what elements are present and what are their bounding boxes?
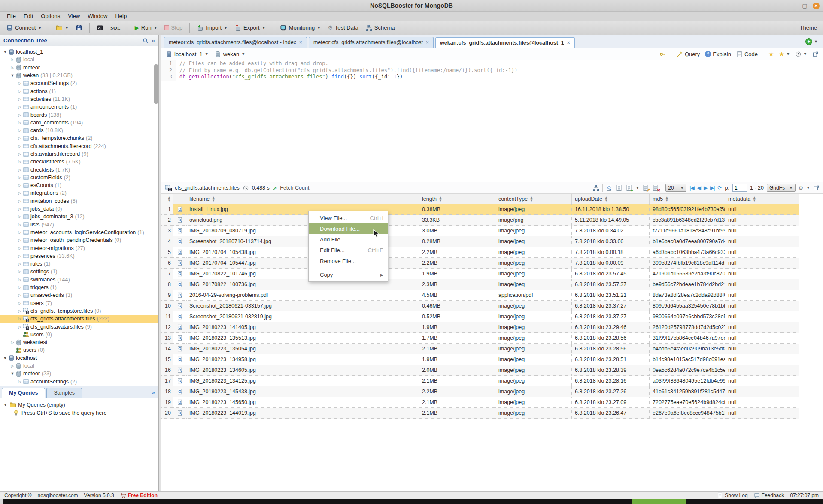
tab-my-queries[interactable]: My Queries: [2, 388, 45, 398]
collapsed-arrow-icon[interactable]: ▷: [17, 183, 22, 187]
tree-item-checklists[interactable]: ▷checklists(1.7K): [0, 166, 158, 173]
tab-samples[interactable]: Samples: [46, 388, 82, 398]
prev-page-button[interactable]: ◀: [697, 185, 701, 191]
table-row[interactable]: 15IMG_20180223_134958.jpg1.9MBimage/jpeg…: [161, 354, 799, 365]
tree-item-users[interactable]: users(0): [0, 331, 158, 338]
tree-item-jobs-data[interactable]: ▷jobs_data(0): [0, 205, 158, 213]
tree-item-unsaved-edits[interactable]: ▷unsaved-edits(3): [0, 291, 158, 299]
close-tab-icon[interactable]: ×: [299, 39, 302, 45]
tree-item-jobs-dominator-3[interactable]: ▷jobs_dominator_3(12): [0, 213, 158, 220]
collapsed-arrow-icon[interactable]: ▷: [17, 285, 22, 290]
tree-item-meteor[interactable]: ▷meteor: [0, 64, 158, 72]
key-icon[interactable]: [659, 51, 666, 57]
tree-item-checklistitems[interactable]: ▷checklistItems(7.5K): [0, 158, 158, 166]
collapsed-arrow-icon[interactable]: ▷: [17, 121, 22, 125]
table-row[interactable]: 7IMG_20170822_101746.jpg1.9MBimage/jpeg6…: [161, 269, 799, 279]
minimize-icon[interactable]: –: [790, 2, 797, 9]
find-in-results-icon[interactable]: [606, 184, 613, 191]
collapsed-arrow-icon[interactable]: ▷: [17, 191, 22, 195]
run-button[interactable]: ▶ Run▼: [132, 23, 160, 33]
row-preview-cell[interactable]: [173, 204, 186, 215]
tree-item-integrations[interactable]: ▷integrations(2): [0, 189, 158, 197]
tree-item-cfs-tempstore-chunks[interactable]: ▷cfs._tempstore.chunks(2): [0, 134, 158, 142]
collapsed-arrow-icon[interactable]: ▷: [17, 317, 22, 321]
column-header-uploadDate[interactable]: uploadDate▲▼: [572, 194, 650, 204]
open-in-window-icon[interactable]: [812, 51, 819, 57]
row-preview-cell[interactable]: [173, 311, 186, 322]
collapsed-arrow-icon[interactable]: ▷: [17, 238, 22, 242]
menu-options[interactable]: Options: [37, 12, 64, 20]
column-header-metadata[interactable]: metadata▲▼: [725, 194, 799, 204]
table-row[interactable]: 17IMG_20180223_134125.jpg2.1MBimage/jpeg…: [161, 376, 799, 386]
tree-item-local[interactable]: ▷local: [0, 362, 158, 370]
collapsed-arrow-icon[interactable]: ▷: [17, 160, 22, 164]
refresh-icon[interactable]: ⟳: [717, 185, 722, 191]
collapsed-arrow-icon[interactable]: ▷: [17, 97, 22, 101]
tree-item-users[interactable]: ▷users(7): [0, 299, 158, 307]
favorite-star-icon[interactable]: ★: [768, 51, 774, 57]
editor-tab-3[interactable]: wekan:cfs_gridfs.attachments.files@local…: [435, 37, 575, 48]
tree-item-accountsettings[interactable]: ▷accountSettings(2): [0, 79, 158, 87]
chevron-collapse-icon[interactable]: »: [152, 389, 155, 395]
tree-item-actions[interactable]: ▷actions(1): [0, 87, 158, 95]
menu-edit[interactable]: Edit: [20, 12, 36, 20]
collapsed-arrow-icon[interactable]: ▷: [17, 199, 22, 203]
remove-document-button[interactable]: ✕: [652, 184, 659, 191]
tree-item-lists[interactable]: ▷lists(947): [0, 221, 158, 229]
table-row[interactable]: 1Install_Linux.jpg0.38MBimage/jpeg16.11.…: [161, 204, 799, 215]
row-preview-cell[interactable]: [173, 226, 186, 236]
tree-item-cfs-attachments-filerecord[interactable]: ▷cfs.attachments.filerecord(224): [0, 142, 158, 150]
table-row[interactable]: 2owncloud.png33.3KBimage/png5.11.2018 kl…: [161, 215, 799, 226]
new-tab-button[interactable]: +▼: [805, 38, 821, 48]
row-preview-cell[interactable]: [173, 376, 186, 386]
menu-help[interactable]: Help: [112, 12, 130, 20]
edit-document-button[interactable]: [642, 184, 649, 191]
table-row[interactable]: 5IMG_20170704_105438.jpg2.2MBimage/jpeg7…: [161, 247, 799, 258]
breadcrumb-database[interactable]: wekan▼: [215, 51, 246, 57]
column-header-md5[interactable]: md5▲▼: [650, 194, 725, 204]
menu-file[interactable]: File: [3, 12, 19, 20]
favorites-menu-button[interactable]: ★▼: [779, 51, 790, 57]
tree-item-boards[interactable]: ▷boards(138): [0, 111, 158, 118]
collapsed-arrow-icon[interactable]: ▷: [17, 152, 22, 156]
sql-button[interactable]: SQL: [108, 24, 123, 32]
tree-item-activities[interactable]: ▷activities(11.1K): [0, 95, 158, 103]
collapsed-arrow-icon[interactable]: ▷: [17, 128, 22, 133]
stop-button[interactable]: Stop: [162, 23, 185, 33]
row-preview-cell[interactable]: [173, 333, 186, 344]
tree-item-accountsettings[interactable]: ▷accountSettings(2): [0, 377, 158, 385]
table-row[interactable]: 12IMG_20180223_141405.jpg1.9MBimage/jpeg…: [161, 322, 799, 333]
import-button[interactable]: Import▼: [194, 23, 230, 33]
query-editor[interactable]: 1// Files can be added easily with drag …: [161, 60, 823, 182]
tree-item-meteor-oauth-pendingcredentials[interactable]: ▷meteor_oauth_pendingCredentials(0): [0, 236, 158, 244]
row-preview-cell[interactable]: [173, 279, 186, 290]
collapsed-arrow-icon[interactable]: ▷: [10, 57, 15, 62]
test-data-button[interactable]: ⚙ Test Data: [325, 23, 361, 33]
fetch-count-link[interactable]: Fetch Count: [280, 185, 309, 191]
collapsed-arrow-icon[interactable]: ▷: [17, 246, 22, 250]
collapsed-arrow-icon[interactable]: ▷: [17, 136, 22, 140]
tree-item-meteor[interactable]: ▼meteor(23): [0, 370, 158, 377]
free-edition-badge[interactable]: Free Edition: [120, 492, 158, 498]
collapsed-arrow-icon[interactable]: ▷: [17, 105, 22, 109]
table-row[interactable]: 10Screenshot_20180621-033157.jpg0.46MBim…: [161, 301, 799, 311]
row-preview-cell[interactable]: [173, 258, 186, 269]
collapsed-arrow-icon[interactable]: ▷: [17, 278, 22, 282]
row-preview-cell[interactable]: [173, 247, 186, 258]
tree-item-presences[interactable]: ▷presences(33.6K): [0, 252, 158, 260]
menu-item-edit-file-[interactable]: Edit File...Ctrl+E: [309, 245, 388, 256]
menu-item-copy[interactable]: Copy▶: [309, 269, 388, 280]
expanded-arrow-icon[interactable]: ▼: [10, 73, 15, 78]
row-preview-cell[interactable]: [173, 344, 186, 354]
close-tab-icon[interactable]: ×: [426, 39, 429, 45]
column-header-filename[interactable]: filename▲▼: [186, 194, 419, 204]
tree-item-triggers[interactable]: ▷triggers(1): [0, 284, 158, 291]
feedback-button[interactable]: Feedback: [754, 492, 784, 498]
tree-item-cfs-gridfs-avatars-files[interactable]: ▷cfs_gridfs.avatars.files(9): [0, 323, 158, 330]
monitoring-button[interactable]: Monitoring▼: [277, 23, 324, 33]
table-row[interactable]: 3IMG_20180709_080719.jpg3.0MBimage/jpeg7…: [161, 226, 799, 236]
row-preview-cell[interactable]: [173, 365, 186, 376]
tree-item-settings[interactable]: ▷settings(1): [0, 268, 158, 275]
code-button[interactable]: Code: [736, 51, 758, 57]
history-button[interactable]: ▼: [795, 51, 807, 57]
